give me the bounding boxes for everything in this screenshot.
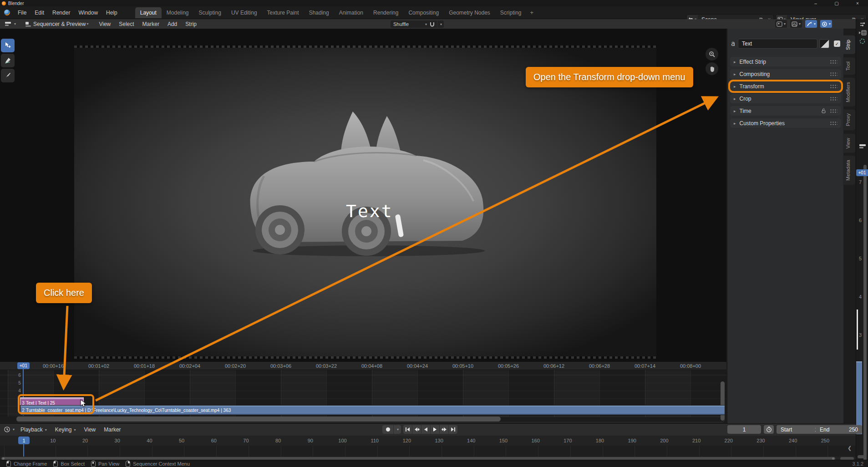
workspace-tab[interactable]: Shading	[304, 7, 334, 18]
play-icon[interactable]	[431, 425, 439, 434]
sequencer-menu-item[interactable]: Strip	[181, 20, 201, 29]
unlock-icon[interactable]	[821, 108, 826, 113]
menu-item[interactable]: Render	[48, 8, 74, 18]
gizmos-toggle-icon[interactable]: ▾	[805, 20, 817, 28]
workspace-tab[interactable]: Texture Paint	[262, 7, 304, 18]
sequencer-menu-item[interactable]: Add	[163, 20, 181, 29]
rail-scrollbar-bottom[interactable]	[858, 455, 867, 458]
mouse-cursor	[80, 399, 87, 408]
snapping-magnet-icon[interactable]	[427, 20, 437, 28]
sidebar-panel-header[interactable]: ▸ Compositing	[730, 69, 841, 79]
timeline-editor-type-button[interactable]: ▾	[2, 425, 16, 434]
sidebar-panel-header[interactable]: ▸ Transform	[730, 81, 841, 91]
timeline-playhead[interactable]	[23, 444, 24, 457]
panel-drag-dots-icon[interactable]	[830, 96, 838, 101]
use-preview-range-button[interactable]	[764, 425, 774, 434]
overlays-toggle-icon[interactable]: ▾	[820, 20, 832, 28]
editor-type-button[interactable]: ▾	[2, 20, 19, 28]
sequencer-menu-item[interactable]: Select	[115, 20, 138, 29]
minimize-button[interactable]: –	[805, 0, 826, 6]
sequencer-current-frame-badge[interactable]: +01	[17, 362, 30, 369]
strip-name-input[interactable]: Text	[738, 39, 817, 49]
workspace-tab[interactable]: UV Editing	[226, 7, 262, 18]
workspace-tab[interactable]: Scripting	[495, 7, 527, 18]
display-channels-icon[interactable]: ▾	[775, 20, 787, 28]
workspace-tab[interactable]: Compositing	[403, 7, 444, 18]
sidebar-tab[interactable]: Metadata	[843, 156, 855, 185]
sidebar-tab[interactable]: Tool	[843, 57, 855, 75]
workspace-tab[interactable]: Modeling	[162, 7, 194, 18]
start-frame-field[interactable]: Start 1	[777, 425, 822, 434]
add-workspace-button[interactable]: +	[527, 8, 538, 17]
previous-keyframe-icon[interactable]	[412, 425, 421, 434]
sidebar-panel-header[interactable]: ▸ Crop	[730, 94, 841, 103]
sidebar-tab[interactable]: Strip	[843, 36, 855, 54]
sequencer-view-type-dropdown[interactable]: Sequencer & Preview ▾	[22, 20, 91, 28]
snapping-dropdown[interactable]: ▾	[437, 20, 444, 28]
timeline-region[interactable]: ▾ PlaybackKeyingViewMarker ▾ 1	[0, 423, 856, 460]
overlap-mode-select[interactable]: Shuffle ▾	[391, 20, 430, 28]
preview-display-mode-icon[interactable]: ▾	[790, 20, 802, 28]
current-frame-field[interactable]: 1	[727, 425, 761, 434]
pan-hand-icon[interactable]	[706, 62, 718, 75]
next-keyframe-icon[interactable]	[440, 425, 448, 434]
sequencer-menu-item[interactable]: View	[95, 20, 115, 29]
sequencer-vscrollbar[interactable]	[721, 381, 725, 421]
record-button[interactable]	[382, 425, 393, 434]
menu-item[interactable]: Help	[102, 8, 122, 18]
workspace-tab[interactable]: Geometry Nodes	[444, 7, 495, 18]
sidebar-tab[interactable]: Modifiers	[843, 78, 855, 107]
panel-drag-dots-icon[interactable]	[830, 109, 838, 113]
panel-drag-dots-icon[interactable]	[830, 72, 838, 76]
play-reverse-icon[interactable]	[421, 425, 430, 434]
sequencer-icon[interactable]	[856, 143, 868, 149]
timeline-menu-item[interactable]: Playback	[16, 425, 51, 434]
scene-collection-row[interactable]	[856, 30, 868, 36]
zoom-icon[interactable]	[706, 48, 718, 61]
strip-enable-checkbox[interactable]: ✓	[834, 41, 840, 47]
sidebar-panel-header[interactable]: ▸ Effect Strip	[730, 57, 841, 66]
color-tag-icon[interactable]	[819, 39, 829, 48]
panel-drag-dots-icon[interactable]	[830, 60, 838, 64]
tweak-tool-button[interactable]	[1, 39, 15, 52]
panel-drag-dots-icon[interactable]	[830, 121, 838, 125]
timecode-label: 00:02+20	[213, 363, 258, 369]
end-frame-field[interactable]: End 250	[816, 425, 862, 434]
sidebar-tab[interactable]: View	[843, 134, 855, 153]
workspace-tab[interactable]: Sculpting	[194, 7, 226, 18]
movie-strip[interactable]: 2 Turntable_coaster_seat.mp4 | D:\Freela…	[20, 406, 725, 415]
annotate-tool-button[interactable]	[1, 54, 15, 67]
status-hint: Change Frame	[6, 461, 47, 467]
workspace-tab[interactable]: Layout	[135, 7, 162, 18]
jump-to-end-icon[interactable]	[449, 425, 457, 434]
timeline-menu-item[interactable]: Marker	[100, 425, 125, 434]
object-icon[interactable]	[856, 38, 868, 44]
sample-tool-button[interactable]	[1, 69, 15, 82]
rail-scrollbar[interactable]	[863, 165, 867, 465]
collapse-arrow-icon[interactable]: ❮	[848, 445, 852, 451]
timeline-ruler[interactable]: 1020304050607080901001101201301401501601…	[0, 436, 856, 446]
sequencer-menu-item[interactable]: Marker	[138, 20, 163, 29]
sequencer-hscrollbar[interactable]	[16, 416, 501, 421]
maximize-button[interactable]: ▢	[826, 0, 847, 6]
sequencer-time-ruler[interactable]: 00:00+1600:01+0200:01+1800:02+0400:02+20…	[0, 362, 726, 370]
close-button[interactable]: ×	[847, 0, 868, 6]
timeline-current-frame-badge[interactable]: 1	[18, 437, 30, 444]
timeline-menu-item[interactable]: View	[80, 425, 100, 434]
menu-item[interactable]: Window	[74, 8, 102, 18]
workspace-tab[interactable]: Animation	[334, 7, 368, 18]
menu-item[interactable]: File	[14, 8, 30, 18]
jump-to-start-icon[interactable]	[403, 425, 412, 434]
workspace-tab[interactable]: Rendering	[368, 7, 403, 18]
sidebar-panel-header[interactable]: ▸ Custom Properties	[730, 118, 841, 128]
sidebar-panel-header[interactable]: ▸ Time	[730, 106, 841, 116]
keying-dropdown[interactable]: ▾	[394, 425, 401, 434]
blender-menu-icon[interactable]	[3, 9, 11, 16]
sequencer-strips-region[interactable]: 00:00+1600:01+0200:01+1800:02+0400:02+20…	[0, 362, 726, 423]
sidebar-tab[interactable]: Proxy	[843, 109, 855, 130]
filter-icon[interactable]	[856, 22, 868, 27]
menu-item[interactable]: Edit	[30, 8, 48, 18]
cursor-move-icon	[4, 42, 11, 49]
panel-drag-dots-icon[interactable]	[830, 84, 838, 88]
timeline-menu-item[interactable]: Keying	[51, 425, 80, 434]
